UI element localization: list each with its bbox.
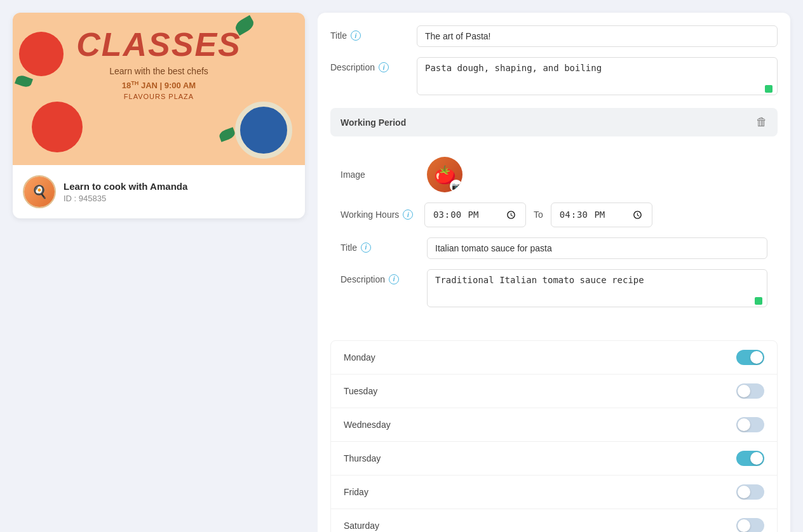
wp-title-info-icon[interactable]: i [361,243,371,253]
banner-classes: CLASSES [13,25,305,63]
image-label: Image [341,170,417,180]
wp-description-wrapper [427,269,767,310]
toggle-thumb-thursday [750,452,763,465]
day-label-monday: Monday [344,352,375,362]
day-label-thursday: Thursday [344,453,381,463]
card-text: Learn to cook with Amanda ID : 945835 [64,181,187,203]
class-card: CLASSES Learn with the best chefs 18TH J… [13,13,305,218]
delete-icon[interactable]: 🗑 [756,116,767,129]
left-panel: CLASSES Learn with the best chefs 18TH J… [0,0,318,532]
camera-icon: 📷 [452,182,461,190]
deco-tomato2 [32,102,83,152]
toggle-thumb-monday [750,351,763,364]
toggle-thursday[interactable] [736,451,764,466]
card-image: CLASSES Learn with the best chefs 18TH J… [13,13,305,165]
card-avatar: 🍳 [23,175,56,208]
time-from-input[interactable] [424,203,526,227]
title-info-icon[interactable]: i [351,30,361,41]
wp-description-field-row: Description i [341,269,767,310]
form-container: Title i Description i Working Period 🗑 [318,13,790,532]
toggle-saturday[interactable] [736,518,764,532]
banner-location: FLAVOURS PLAZA [13,93,305,100]
wp-description-label: Description i [341,269,417,284]
card-id: ID : 945835 [64,194,187,203]
toggle-tuesday[interactable] [736,383,764,399]
working-period-title: Working Period [341,117,406,128]
day-row-tuesday: Tuesday [331,375,777,408]
banner-subtitle: Learn with the best chefs [13,66,305,76]
wp-description-green-dot [755,297,762,305]
wp-description-textarea[interactable] [427,269,767,307]
camera-badge: 📷 [450,180,462,192]
day-row-thursday: Thursday [331,442,777,475]
day-row-friday: Friday [331,475,777,509]
day-label-tuesday: Tuesday [344,386,377,396]
toggle-thumb-tuesday [738,385,750,397]
time-to-input[interactable] [551,203,652,227]
toggle-thumb-friday [738,486,750,498]
deco-leaf3 [218,127,236,142]
toggle-thumb-saturday [738,519,750,532]
banner-date: 18TH JAN | 9:00 AM [13,80,305,90]
description-green-dot [765,85,773,93]
working-period-header: Working Period 🗑 [330,108,778,136]
description-label: Description i [330,57,407,72]
working-hours-label: Working Hours i [341,209,417,220]
title-field-row: Title i [330,25,778,47]
day-label-wednesday: Wednesday [344,420,391,430]
right-panel: Title i Description i Working Period 🗑 [318,0,803,532]
day-label-friday: Friday [344,487,368,497]
toggle-monday[interactable] [736,350,764,365]
day-row-monday: Monday [331,341,777,375]
days-section: MondayTuesdayWednesdayThursdayFridaySatu… [330,340,778,532]
day-row-saturday: Saturday [331,509,777,532]
time-row: Working Hours i To [341,203,767,227]
description-wrapper [417,57,778,98]
wp-title-input[interactable] [427,237,767,259]
title-input[interactable] [417,25,778,47]
to-label: To [534,209,543,220]
image-upload-area: Image 🍅 📷 [341,157,767,192]
description-field-row: Description i [330,57,778,98]
wp-title-label: Title i [341,237,417,253]
toggle-thumb-wednesday [738,418,750,431]
wp-description-info-icon[interactable]: i [389,274,399,284]
toggle-wednesday[interactable] [736,417,764,432]
image-circle[interactable]: 🍅 📷 [427,157,462,192]
deco-plate [235,102,292,159]
card-title: Learn to cook with Amanda [64,181,187,192]
toggle-friday[interactable] [736,484,764,500]
day-label-saturday: Saturday [344,521,379,531]
wp-title-field-row: Title i [341,237,767,259]
description-info-icon[interactable]: i [379,62,389,72]
card-info: 🍳 Learn to cook with Amanda ID : 945835 [13,165,305,218]
title-label: Title i [330,25,407,41]
avatar-inner: 🍳 [24,176,55,207]
description-textarea[interactable] [417,57,778,95]
working-hours-info-icon[interactable]: i [403,209,413,220]
day-row-wednesday: Wednesday [331,408,777,442]
working-period-content: Image 🍅 📷 Working Hours i To [330,147,778,330]
card-banner-text: CLASSES Learn with the best chefs 18TH J… [13,25,305,100]
